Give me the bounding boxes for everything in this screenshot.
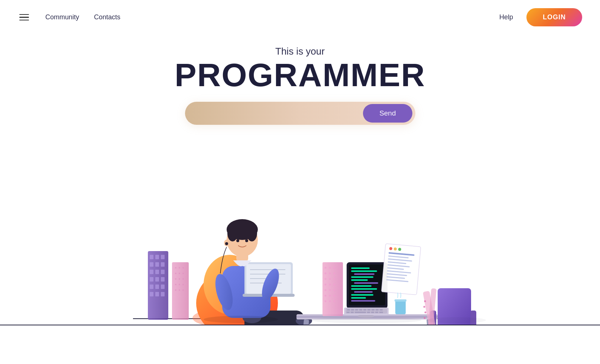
svg-rect-19 xyxy=(161,292,165,296)
svg-point-74 xyxy=(329,278,331,280)
svg-point-148 xyxy=(424,300,426,302)
svg-point-23 xyxy=(182,267,184,269)
svg-rect-97 xyxy=(354,282,378,284)
svg-point-80 xyxy=(329,289,331,291)
svg-rect-92 xyxy=(351,267,370,269)
svg-point-69 xyxy=(333,267,335,269)
svg-point-83 xyxy=(329,295,331,297)
svg-rect-136 xyxy=(395,300,406,314)
svg-rect-113 xyxy=(376,309,379,311)
svg-rect-15 xyxy=(155,285,159,289)
svg-rect-95 xyxy=(351,276,373,278)
svg-point-151 xyxy=(424,317,425,319)
nav-right: Help LOGIN xyxy=(499,8,582,26)
svg-rect-115 xyxy=(347,312,350,313)
programmer-illustration xyxy=(114,147,486,325)
search-bar-wrapper: Send xyxy=(0,102,600,125)
login-button[interactable]: LOGIN xyxy=(526,8,582,26)
svg-point-163 xyxy=(427,317,486,323)
svg-point-70 xyxy=(324,273,326,274)
svg-rect-66 xyxy=(322,262,343,316)
svg-rect-9 xyxy=(155,270,159,274)
svg-rect-137 xyxy=(395,299,406,302)
svg-point-68 xyxy=(329,267,331,269)
svg-rect-100 xyxy=(354,291,373,293)
svg-rect-121 xyxy=(379,312,383,313)
svg-rect-18 xyxy=(155,292,159,296)
svg-rect-119 xyxy=(371,312,374,313)
nav-contacts[interactable]: Contacts xyxy=(94,13,120,21)
svg-point-24 xyxy=(175,273,176,274)
svg-rect-102 xyxy=(351,297,366,299)
svg-rect-96 xyxy=(351,279,368,281)
svg-point-81 xyxy=(333,289,335,291)
nav-community[interactable]: Community xyxy=(45,13,79,21)
svg-point-57 xyxy=(247,225,257,241)
svg-point-76 xyxy=(324,284,326,286)
svg-point-33 xyxy=(175,289,176,291)
svg-rect-114 xyxy=(380,309,383,311)
svg-rect-93 xyxy=(351,270,377,272)
svg-point-162 xyxy=(310,317,422,323)
svg-point-72 xyxy=(333,273,335,274)
svg-point-78 xyxy=(333,284,335,286)
svg-point-71 xyxy=(329,273,331,274)
svg-rect-13 xyxy=(161,277,165,282)
svg-rect-17 xyxy=(150,292,153,296)
nav-help[interactable]: Help xyxy=(499,13,513,21)
svg-point-31 xyxy=(179,284,180,285)
svg-rect-111 xyxy=(367,309,370,311)
svg-point-73 xyxy=(324,278,326,280)
svg-point-79 xyxy=(324,289,326,291)
svg-point-29 xyxy=(182,278,184,280)
svg-rect-16 xyxy=(161,285,165,289)
svg-rect-2 xyxy=(150,255,153,259)
hamburger-menu[interactable] xyxy=(18,13,30,22)
search-input[interactable] xyxy=(196,110,363,117)
svg-rect-106 xyxy=(347,309,350,311)
svg-rect-110 xyxy=(363,309,366,311)
svg-point-86 xyxy=(329,300,331,302)
svg-point-85 xyxy=(324,300,326,302)
svg-rect-94 xyxy=(354,273,374,275)
svg-rect-99 xyxy=(351,288,377,290)
hero-subtitle: This is your xyxy=(0,46,600,57)
svg-rect-117 xyxy=(355,312,366,313)
hero-section: This is your PROGRAMMER Send xyxy=(0,35,600,125)
svg-rect-14 xyxy=(150,285,153,289)
svg-rect-118 xyxy=(367,312,370,313)
svg-point-82 xyxy=(324,295,326,297)
svg-rect-101 xyxy=(351,294,373,296)
svg-point-35 xyxy=(182,289,184,291)
svg-rect-107 xyxy=(351,309,354,311)
svg-point-28 xyxy=(179,278,180,280)
svg-point-150 xyxy=(424,312,426,313)
svg-rect-116 xyxy=(351,312,354,313)
navbar: Community Contacts Help LOGIN xyxy=(0,0,600,35)
svg-rect-11 xyxy=(150,277,153,282)
search-bar: Send xyxy=(185,102,415,125)
svg-point-56 xyxy=(227,225,238,241)
svg-rect-112 xyxy=(372,309,374,311)
svg-point-27 xyxy=(175,278,176,280)
bottom-divider xyxy=(0,325,600,325)
svg-rect-12 xyxy=(155,277,159,282)
svg-point-34 xyxy=(179,289,180,291)
svg-point-30 xyxy=(175,284,176,285)
svg-point-75 xyxy=(333,278,335,280)
svg-point-59 xyxy=(245,239,248,242)
svg-rect-5 xyxy=(150,262,153,267)
svg-point-32 xyxy=(182,284,184,285)
svg-rect-120 xyxy=(375,312,378,313)
svg-point-149 xyxy=(423,306,425,308)
svg-point-67 xyxy=(324,267,326,269)
svg-point-22 xyxy=(179,267,180,269)
svg-rect-3 xyxy=(155,255,159,259)
svg-rect-8 xyxy=(150,270,153,274)
svg-rect-103 xyxy=(351,300,375,302)
send-button[interactable]: Send xyxy=(363,104,412,123)
svg-point-58 xyxy=(236,239,239,242)
svg-rect-7 xyxy=(161,262,165,267)
svg-point-77 xyxy=(329,284,331,286)
svg-rect-109 xyxy=(359,309,362,311)
